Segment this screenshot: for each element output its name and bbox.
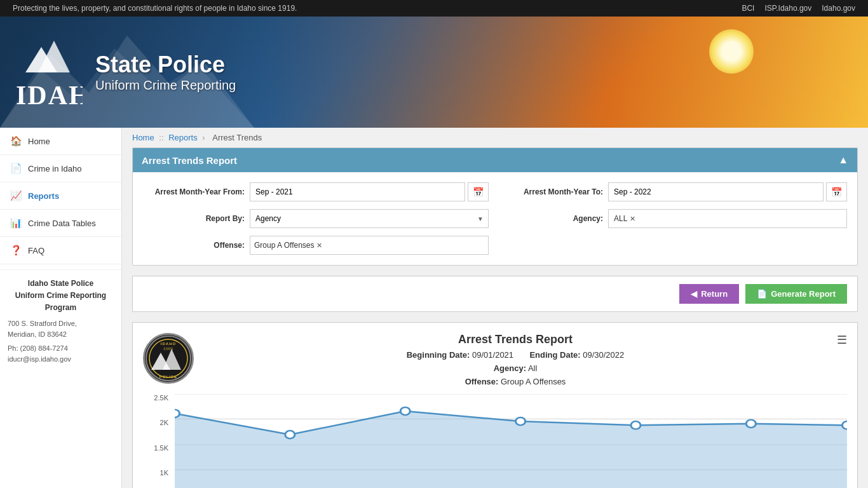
sidebar-item-crime-in-idaho[interactable]: 📄 Crime in Idaho <box>0 155 121 182</box>
report-main-title: Arrest Trends Report <box>207 333 824 346</box>
main-content: Home :: Reports › Arrest Trends Arrest T… <box>122 128 868 488</box>
from-date-row: Arrest Month-Year From: 📅 <box>143 182 489 201</box>
return-icon: ◀ <box>691 289 697 299</box>
svg-text:STATE: STATE <box>163 347 173 351</box>
from-date-label: Arrest Month-Year From: <box>143 187 245 196</box>
report-title-block: Arrest Trends Report Beginning Date: 09/… <box>207 333 824 386</box>
report-dates: Beginning Date: 09/01/2021 Ending Date: … <box>207 350 824 360</box>
sidebar-link-reports[interactable]: 📈 Reports <box>0 182 121 210</box>
breadcrumb-current: Arrest Trends <box>212 133 262 142</box>
sidebar-item-home[interactable]: 🏠 Home <box>0 128 121 155</box>
bci-link[interactable]: BCI <box>742 4 754 13</box>
agency-row: Agency: ALL ✕ <box>501 209 847 228</box>
report-meta: Agency: All <box>207 363 824 373</box>
svg-point-22 <box>631 421 641 429</box>
collapse-button[interactable]: ▲ <box>838 154 848 166</box>
idaho-logo: IDAHO <box>13 28 83 117</box>
report-area: POLICE IDAHO STATE Arrest Trends Report … <box>132 322 858 488</box>
sidebar-link-crime-in-idaho[interactable]: 📄 Crime in Idaho <box>0 155 121 182</box>
sidebar-info: Idaho State PoliceUniform Crime Reportin… <box>0 269 121 373</box>
breadcrumb-reports[interactable]: Reports <box>168 133 198 142</box>
report-by-select[interactable]: Agency Offense Type Age Group Gender <box>250 209 489 228</box>
sidebar-link-home[interactable]: 🏠 Home <box>0 128 121 155</box>
offense-label: Offense: <box>143 241 245 250</box>
faq-icon: ❓ <box>10 245 22 256</box>
report-badge: POLICE IDAHO STATE <box>143 333 194 384</box>
card-header: Arrest Trends Report ▲ <box>133 148 857 172</box>
report-by-label: Report By: <box>143 214 245 223</box>
to-date-row: Arrest Month-Year To: 📅 <box>501 182 847 201</box>
agency-tag-remove[interactable]: ✕ <box>630 215 635 223</box>
header-title: State Police Uniform Crime Reporting <box>95 51 236 93</box>
svg-point-21 <box>516 417 526 425</box>
from-date-input[interactable] <box>250 182 465 201</box>
offense-tag-input[interactable]: Group A Offenses ✕ <box>250 236 489 255</box>
offense-tag: Group A Offenses ✕ <box>254 241 322 250</box>
svg-text:IDAHO: IDAHO <box>161 342 176 346</box>
return-button[interactable]: ◀ Return <box>679 284 739 304</box>
chart-icon: 📈 <box>10 190 22 201</box>
generate-report-button[interactable]: 📄 Generate Report <box>745 284 847 304</box>
sidebar-item-crime-data-tables[interactable]: 📊 Crime Data Tables <box>0 210 121 237</box>
offense-row: Offense: Group A Offenses ✕ <box>143 236 489 255</box>
sidebar-item-faq[interactable]: ❓ FAQ <box>0 237 121 264</box>
offense-tag-remove[interactable]: ✕ <box>316 241 322 250</box>
buttons-area: ◀ Return 📄 Generate Report <box>132 276 858 312</box>
sidebar-link-crime-data-tables[interactable]: 📊 Crime Data Tables <box>0 210 121 237</box>
report-offense: Offense: Group A Offenses <box>207 377 824 386</box>
svg-text:IDAHO: IDAHO <box>16 81 83 110</box>
agency-label: Agency: <box>501 214 603 223</box>
home-icon: 🏠 <box>10 135 22 147</box>
to-date-calendar-button[interactable]: 📅 <box>826 182 847 201</box>
report-by-row: Report By: Agency Offense Type Age Group… <box>143 209 489 228</box>
agency-tag: ALL ✕ <box>614 214 635 223</box>
line-chart <box>175 394 847 488</box>
svg-point-20 <box>400 407 410 415</box>
y-axis-labels: 2.5K 2K 1.5K 1K <box>143 394 168 477</box>
from-date-calendar-button[interactable]: 📅 <box>468 182 489 201</box>
tagline: Protecting the lives, property, and cons… <box>13 4 297 13</box>
document-icon: 📄 <box>10 163 22 174</box>
sidebar: 🏠 Home 📄 Crime in Idaho 📈 Reports 📊 <box>0 128 122 488</box>
report-menu-icon[interactable]: ☰ <box>837 333 847 347</box>
agency-tag-box[interactable]: ALL ✕ <box>608 209 847 228</box>
top-bar: Protecting the lives, property, and cons… <box>0 0 868 17</box>
breadcrumb: Home :: Reports › Arrest Trends <box>122 128 868 147</box>
card-body: Arrest Month-Year From: 📅 Arrest Month-Y… <box>133 172 857 265</box>
svg-point-23 <box>746 420 756 428</box>
to-date-label: Arrest Month-Year To: <box>501 187 603 196</box>
svg-point-19 <box>285 431 295 438</box>
svg-text:POLICE: POLICE <box>159 375 177 379</box>
site-header: IDAHO State Police Uniform Crime Reporti… <box>0 17 868 128</box>
svg-point-18 <box>175 410 180 417</box>
chart-inner <box>175 394 847 488</box>
to-date-input[interactable] <box>608 182 824 201</box>
document-icon: 📄 <box>757 289 767 299</box>
isp-link[interactable]: ISP.Idaho.gov <box>764 4 811 13</box>
sidebar-nav: 🏠 Home 📄 Crime in Idaho 📈 Reports 📊 <box>0 128 121 264</box>
filter-card: Arrest Trends Report ▲ Arrest Month-Year… <box>132 147 858 266</box>
sidebar-link-faq[interactable]: ❓ FAQ <box>0 237 121 264</box>
table-icon: 📊 <box>10 217 22 229</box>
idaho-link[interactable]: Idaho.gov <box>822 4 855 13</box>
sidebar-item-reports[interactable]: 📈 Reports <box>0 182 121 210</box>
svg-point-24 <box>842 421 847 429</box>
breadcrumb-home[interactable]: Home <box>132 133 154 142</box>
card-title: Arrest Trends Report <box>142 155 237 166</box>
top-bar-links: BCI ISP.Idaho.gov Idaho.gov <box>742 4 855 13</box>
chart-area: 2.5K 2K 1.5K 1K <box>143 394 847 488</box>
